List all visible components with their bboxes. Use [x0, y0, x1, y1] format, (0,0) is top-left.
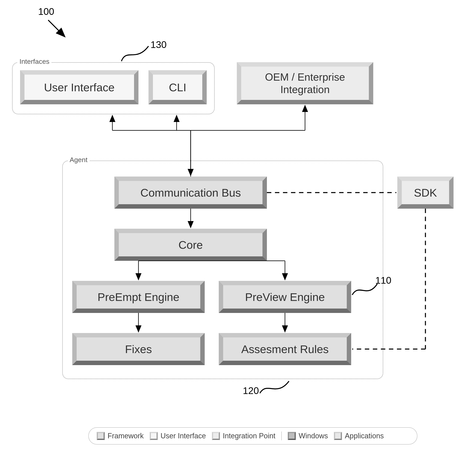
block-communication-bus: Communication Bus	[114, 176, 267, 209]
block-sdk: SDK	[397, 176, 453, 209]
legend-item-ui: User Interface	[150, 432, 206, 440]
legend-item-integration: Integration Point	[212, 432, 275, 440]
ref-label-130: 130	[151, 39, 167, 50]
swatch-windows	[288, 432, 296, 440]
ref-squiggle-120	[259, 379, 291, 397]
block-label: Assesment Rules	[241, 343, 329, 356]
block-label: OEM / Enterprise Integration	[245, 71, 365, 96]
swatch-applications	[334, 432, 342, 440]
block-label: Fixes	[125, 343, 152, 356]
legend-label: Integration Point	[223, 432, 275, 440]
block-oem-enterprise-integration: OEM / Enterprise Integration	[237, 62, 373, 104]
legend-item-framework: Framework	[97, 432, 144, 440]
block-user-interface: User Interface	[20, 70, 138, 104]
swatch-integration-point	[212, 432, 220, 440]
block-preempt-engine: PreEmpt Engine	[72, 281, 205, 313]
block-fixes: Fixes	[72, 333, 205, 365]
block-label: Communication Bus	[140, 186, 241, 199]
swatch-framework	[97, 432, 105, 440]
legend-label: User Interface	[161, 432, 206, 440]
svg-line-0	[48, 20, 64, 36]
legend-item-applications: Applications	[334, 432, 384, 440]
group-label-interfaces: Interfaces	[17, 58, 51, 65]
block-preview-engine: PreView Engine	[219, 281, 351, 313]
diagram-canvas: 100 130 Interfaces User Interface CLI OE…	[0, 0, 476, 462]
legend-separator	[281, 431, 282, 440]
legend-label: Framework	[108, 432, 144, 440]
block-label: SDK	[414, 186, 437, 199]
legend-label: Applications	[345, 432, 384, 440]
block-label: CLI	[169, 81, 186, 94]
block-label: Core	[178, 238, 203, 251]
legend: Framework User Interface Integration Poi…	[88, 427, 417, 445]
block-assessment-rules: Assesment Rules	[219, 333, 351, 365]
group-label-agent: Agent	[68, 156, 90, 164]
block-cli: CLI	[148, 70, 207, 104]
ref-squiggle-110	[351, 281, 379, 299]
block-label: User Interface	[44, 81, 115, 94]
ref-squiggle-130	[120, 44, 153, 62]
block-label: PreEmpt Engine	[98, 291, 179, 303]
block-core: Core	[114, 229, 267, 261]
ref-label-100: 100	[38, 6, 54, 17]
legend-label: Windows	[299, 432, 328, 440]
legend-item-windows: Windows	[288, 432, 328, 440]
swatch-user-interface	[150, 432, 158, 440]
ref-label-120: 120	[243, 385, 259, 396]
block-label: PreView Engine	[245, 291, 325, 303]
ref-arrow-100	[46, 18, 68, 40]
